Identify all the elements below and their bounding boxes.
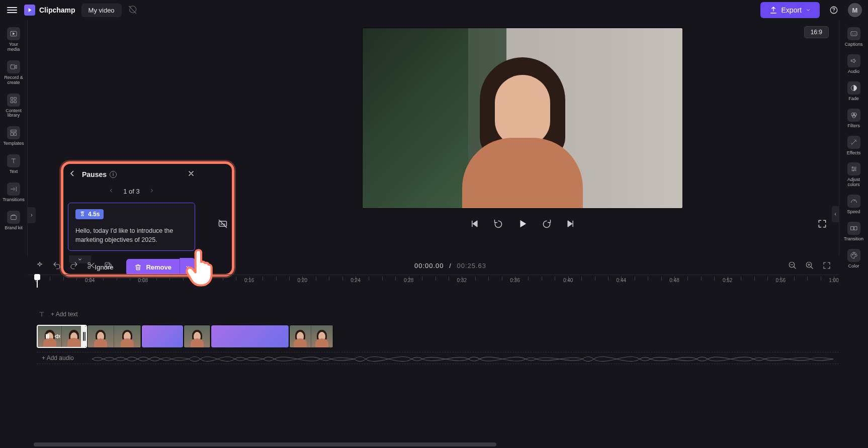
play-button[interactable] <box>516 217 529 230</box>
clip-status-icons <box>44 333 61 340</box>
rail-label: Fade <box>848 97 859 102</box>
rail-audio[interactable]: Audio <box>842 51 866 77</box>
skip-start-button[interactable] <box>468 217 481 230</box>
back-button[interactable] <box>68 169 77 180</box>
preview-area: 16:9 <box>206 20 839 256</box>
svg-rect-18 <box>854 227 856 230</box>
fullscreen-button[interactable] <box>816 217 829 230</box>
pager: 1 of 3 <box>68 184 195 199</box>
copy-button[interactable] <box>103 260 113 271</box>
fade-icon <box>847 81 860 95</box>
timeline: 00:00.00 / 00:25.63 00:040:080:120:160:2… <box>28 256 839 448</box>
pager-prev[interactable] <box>108 188 114 195</box>
svg-rect-29 <box>48 334 49 338</box>
pager-next[interactable] <box>149 188 155 195</box>
rail-brand-kit[interactable]: Brand kit <box>2 208 26 234</box>
help-button[interactable] <box>826 2 842 18</box>
speed-icon <box>847 195 860 208</box>
pause-gap-clip-1[interactable] <box>141 325 184 348</box>
zoom-fit-button[interactable] <box>822 260 832 271</box>
info-icon[interactable]: i <box>110 171 117 178</box>
zoom-in-button[interactable] <box>805 260 815 271</box>
timeline-ruler[interactable]: 00:040:080:120:160:200:240:280:320:360:4… <box>28 275 839 288</box>
export-button[interactable]: Export <box>760 2 820 18</box>
rail-transitions[interactable]: Transitions <box>2 180 26 206</box>
pauses-title: Pauses i <box>82 170 117 178</box>
clip-handle-right[interactable] <box>81 326 86 347</box>
text-icon <box>7 154 20 167</box>
horizontal-scrollbar[interactable] <box>28 442 839 447</box>
right-rail-collapse[interactable] <box>832 206 839 222</box>
undo-button[interactable] <box>52 260 62 271</box>
rail-record-create[interactable]: Record & create <box>2 57 26 88</box>
pauses-header: Pauses i <box>68 165 195 184</box>
rail-label: Filters <box>847 124 860 129</box>
video-clip-3[interactable] <box>184 325 211 348</box>
video-clip-1-selected[interactable] <box>37 325 87 348</box>
ruler-label: 0:56 <box>776 278 786 283</box>
ruler-label: 0:12 <box>191 278 201 283</box>
timecode-current: 00:00.00 <box>414 262 444 270</box>
video-clip-2[interactable] <box>87 325 141 348</box>
preview-subject <box>452 47 593 208</box>
playhead[interactable] <box>37 275 38 288</box>
color-icon <box>847 249 860 262</box>
user-avatar[interactable]: M <box>848 3 862 17</box>
templates-icon <box>7 126 20 139</box>
split-button[interactable] <box>86 260 96 271</box>
rail-text[interactable]: Text <box>2 151 26 177</box>
rail-speed[interactable]: Speed <box>842 192 866 218</box>
project-name-input[interactable]: My video <box>81 4 122 17</box>
rail-effects[interactable]: Effects <box>842 133 866 159</box>
pager-label: 1 of 3 <box>123 188 140 195</box>
menu-button[interactable] <box>6 4 18 16</box>
rail-adjust-colors[interactable]: Adjust colors <box>842 159 866 191</box>
redo-button[interactable] <box>69 260 79 271</box>
audio-track-row[interactable]: + Add audio <box>37 352 839 364</box>
svg-rect-17 <box>851 227 853 230</box>
video-canvas[interactable] <box>363 28 682 208</box>
rail-filters[interactable]: Filters <box>842 106 866 132</box>
rail-transition[interactable]: Transition <box>842 219 866 245</box>
skip-end-button[interactable] <box>564 217 577 230</box>
zoom-out-button[interactable] <box>788 260 798 271</box>
close-panel-button[interactable] <box>187 169 195 180</box>
aspect-ratio-button[interactable]: 16:9 <box>804 26 829 38</box>
svg-rect-9 <box>14 133 16 135</box>
rail-label: Color <box>848 264 859 269</box>
video-clip-4[interactable] <box>289 325 333 348</box>
rail-your-media[interactable]: Your media <box>2 24 26 55</box>
ruler-label: 0:48 <box>669 278 679 283</box>
rewind-button[interactable] <box>492 217 505 230</box>
rail-fade[interactable]: Fade <box>842 78 866 105</box>
transitions-icon <box>7 183 20 196</box>
rail-templates[interactable]: Templates <box>2 123 26 149</box>
magic-button[interactable] <box>35 260 45 271</box>
rail-label: Speed <box>847 210 860 215</box>
top-bar: Clipchamp My video Export M <box>0 0 868 20</box>
audio-icon <box>847 54 860 67</box>
ruler-label: 0:36 <box>510 278 519 283</box>
add-audio-label: + Add audio <box>42 354 74 362</box>
ruler-label: 0:04 <box>85 278 95 283</box>
svg-rect-8 <box>11 133 14 135</box>
rail-content-library[interactable]: Content library <box>2 91 26 122</box>
captions-toggle-icon[interactable] <box>216 217 229 230</box>
pause-gap-clip-2[interactable] <box>211 325 289 348</box>
pause-card[interactable]: 4.5s Hello, today I'd like to introduce … <box>68 203 195 251</box>
rail-label: Brand kit <box>5 226 23 231</box>
scrollbar-thumb[interactable] <box>34 442 496 446</box>
side-panel-area: Pauses i 1 of 3 4.5s <box>28 20 206 256</box>
rail-color[interactable]: Color <box>842 246 866 272</box>
video-track <box>37 323 839 350</box>
captions-icon <box>847 27 860 40</box>
brand-logo-block[interactable]: Clipchamp <box>24 5 75 16</box>
pauses-panel: Pauses i 1 of 3 4.5s <box>63 162 200 256</box>
sync-status-icon <box>128 5 138 15</box>
forward-button[interactable] <box>540 217 553 230</box>
rail-captions[interactable]: Captions <box>842 24 866 50</box>
rail-label: Templates <box>3 141 24 146</box>
text-track-row[interactable]: + Add text <box>37 308 839 321</box>
rail-label: Transitions <box>3 198 25 203</box>
timecode-sep: / <box>449 262 452 270</box>
